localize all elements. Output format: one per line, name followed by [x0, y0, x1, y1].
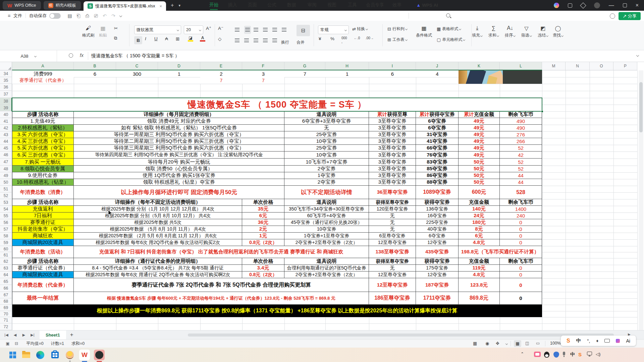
- cell-L49[interactable]: 44: [500, 172, 542, 179]
- file-explorer-icon[interactable]: [21, 350, 32, 360]
- row-header-53[interactable]: 53: [0, 199, 12, 206]
- cell-I67[interactable]: 186至尊夺宝券: [369, 292, 416, 305]
- cell-L54[interactable]: 1400: [500, 206, 542, 213]
- row-header-51[interactable]: 51: [0, 186, 12, 192]
- cell-I46[interactable]: 3至尊夺宝券: [369, 152, 416, 159]
- ribbon-tab-4[interactable]: 公式: [267, 0, 276, 10]
- cell-A58[interactable]: 商城狂欢: [12, 233, 74, 239]
- cell-K53[interactable]: 充值金额: [459, 199, 500, 206]
- cell-K51[interactable]: 600元: [459, 186, 500, 199]
- col-header-I[interactable]: I: [369, 62, 416, 70]
- cell-A44[interactable]: 4.买 三折优惠（夺宝）: [12, 138, 74, 145]
- cell-J45[interactable]: 66夺宝券: [416, 145, 459, 152]
- cell-J51[interactable]: 1089夺宝券: [416, 186, 459, 199]
- cell-A63[interactable]: 赛季通行证（代金券）: [12, 265, 74, 272]
- cell-style-button[interactable]: ▢单元格样式: [437, 37, 465, 43]
- network-tray-icon[interactable]: [587, 352, 592, 355]
- bilibili-tray-icon[interactable]: [534, 352, 541, 357]
- row-header-46[interactable]: 46: [0, 152, 12, 159]
- row-header-45[interactable]: 45: [0, 145, 12, 152]
- align-icon[interactable]: [272, 38, 277, 44]
- cell-A59[interactable]: 商城限购20次道具: [12, 239, 74, 246]
- col-header-M[interactable]: M: [542, 62, 566, 70]
- cell-K45[interactable]: 49元: [459, 145, 500, 152]
- merge-button[interactable]: ⊟: [297, 25, 310, 36]
- first-sheet-icon[interactable]: |◀: [2, 331, 11, 339]
- cell-L53[interactable]: 剩余飞车币: [500, 199, 542, 206]
- number-format-select[interactable]: 常规: [318, 25, 349, 34]
- cell-B67[interactable]: 根据 慢速微氪金S车 步骤 每年600元 + 不定期活动每年194元 + 通行证…: [74, 292, 369, 305]
- cell-G34[interactable]: 7: [284, 70, 325, 77]
- vertical-scrollbar-thumb[interactable]: [639, 82, 643, 132]
- row-header-39[interactable]: 39: [0, 105, 12, 111]
- cell-G51[interactable]: 以下不定期活动详情: [284, 186, 369, 199]
- cell-K44[interactable]: 49元: [459, 138, 500, 145]
- cell-B56[interactable]: 根据2025年数据 共5次: [74, 219, 242, 226]
- row-header-55[interactable]: 55: [0, 213, 12, 219]
- cell-L58[interactable]: 0: [500, 233, 542, 239]
- cell-A47[interactable]: 7.购买 一元畅玩: [12, 159, 74, 166]
- cell-G43[interactable]: 25夺宝券: [284, 131, 369, 138]
- ribbon-tool-4[interactable]: ▽筛选: [521, 25, 532, 38]
- cell-J58[interactable]: 6夺宝券: [416, 233, 459, 239]
- cell-H34[interactable]: 1: [325, 70, 369, 77]
- cell-L47[interactable]: 52: [500, 159, 542, 166]
- ribbon-tab-2[interactable]: 插入: [228, 0, 237, 10]
- cell-L50[interactable]: 44: [500, 179, 542, 186]
- row-header-62[interactable]: 62: [0, 258, 12, 265]
- cell-J50[interactable]: 88夺宝券: [416, 179, 459, 186]
- ime-mode-tray-icon[interactable]: 中: [570, 352, 575, 358]
- fill-color-button[interactable]: ◪: [188, 36, 193, 42]
- cell-L46[interactable]: 42: [500, 152, 542, 159]
- cell-F57[interactable]: 2元: [242, 226, 284, 233]
- row-header-70[interactable]: 70: [0, 311, 12, 317]
- cell-G48[interactable]: 2夺宝券: [284, 166, 369, 172]
- cell-B54[interactable]: 根据2025年数据 分别（1月 10月 12月 12月底） 共4次: [74, 206, 242, 213]
- zoom-level[interactable]: 100%: [550, 341, 561, 346]
- col-header-O[interactable]: O: [590, 62, 613, 70]
- cell-K56[interactable]: 180元: [459, 219, 500, 226]
- ribbon-tool-5[interactable]: ◩冻结: [538, 25, 548, 38]
- cell-B42[interactable]: 如有 紫钻 领取 特权感恩礼（紫钻） 1张5Q币代金券: [74, 125, 284, 131]
- cell-F35[interactable]: 7: [242, 77, 284, 84]
- cell-B58[interactable]: 根据2025年数据 （2月 5月 6月 8月底 11月 12月） 共6次: [74, 233, 242, 239]
- cell-L63[interactable]: 0: [500, 265, 542, 272]
- worksheet-button[interactable]: ⊞工作表: [387, 37, 407, 43]
- decrease-decimal-icon[interactable]: ←.0: [354, 36, 360, 40]
- cell-F56[interactable]: 36元: [242, 219, 284, 226]
- cell-C34[interactable]: 300: [116, 70, 158, 77]
- ribbon-tab-6[interactable]: 审阅: [308, 0, 317, 10]
- cell-K43[interactable]: 49元: [459, 131, 500, 138]
- cell-K60[interactable]: 198.8元（飞车币买通行证不计算）: [459, 246, 542, 258]
- cell-K46[interactable]: 49元: [459, 152, 500, 159]
- cell-G55[interactable]: 60飞车币+4夺宝券: [284, 213, 369, 219]
- row-header-43[interactable]: 43: [0, 131, 12, 138]
- cell-B45[interactable]: 等待第三周星期三 利用5Q币代金券 购买六折优惠（夺宝）: [74, 145, 284, 152]
- cell-I41[interactable]: 3至尊夺宝券: [369, 118, 416, 125]
- cell-J63[interactable]: 175夺宝券: [416, 265, 459, 272]
- align-icon[interactable]: [254, 38, 258, 44]
- cell-I40[interactable]: 累计获得至尊: [369, 111, 416, 118]
- app-tab-wps-office[interactable]: W WPS Office: [3, 1, 41, 10]
- ribbon-tab-3[interactable]: 页面: [248, 0, 257, 10]
- move-icon[interactable]: ✥: [496, 341, 499, 346]
- cell-A45[interactable]: 5.买 六折优惠（夺宝）: [12, 145, 74, 152]
- cell-B55[interactable]: 根据2025年数据 分别（5月 8月 10月 12月） 共4次: [74, 213, 242, 219]
- cell-K54[interactable]: 140元: [459, 206, 500, 213]
- row-header-50[interactable]: 50: [0, 179, 12, 186]
- last-sheet-icon[interactable]: ▶|: [28, 331, 37, 339]
- cell-B43[interactable]: 等待第一周星期三 利用5Q币代金券 购买六折优惠（夺宝）: [74, 131, 284, 138]
- cell-B57[interactable]: 根据2025年数据 （5月 8月 10月 11月） 共4次: [74, 226, 242, 233]
- cell-B62[interactable]: 详细操作（通行证代金券的使用明细）: [74, 258, 242, 265]
- game-app-icon[interactable]: [64, 350, 75, 360]
- align-icon[interactable]: [244, 38, 249, 44]
- cell-J62[interactable]: 获得夺宝券: [416, 258, 459, 265]
- cell-J41[interactable]: 6夺宝券: [416, 118, 459, 125]
- cell-L67[interactable]: 0: [500, 292, 542, 305]
- embedded-picture[interactable]: [459, 70, 542, 84]
- merge-label[interactable]: 合并: [297, 40, 305, 45]
- minimize-button[interactable]: —: [609, 2, 614, 8]
- sogou-icon[interactable]: S: [567, 338, 570, 344]
- table-tools-icon[interactable]: ▦: [473, 341, 477, 346]
- row-header-41[interactable]: 41: [0, 118, 12, 125]
